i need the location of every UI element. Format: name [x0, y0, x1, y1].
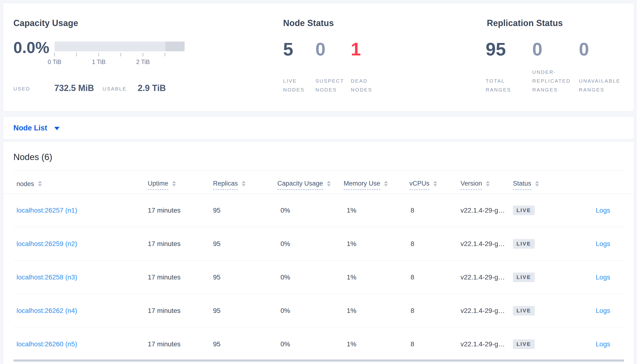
- column-header-nodes[interactable]: nodes: [17, 180, 42, 190]
- suspect-nodes-count: 0: [315, 40, 326, 58]
- total-ranges-count: 95: [486, 40, 506, 58]
- axis-tick: [54, 53, 55, 56]
- suspect-nodes-label: SUSPECT NODES: [315, 76, 351, 94]
- logs-link[interactable]: Logs: [596, 240, 610, 248]
- column-header-label: Uptime: [148, 180, 168, 190]
- dead-nodes-count: 1: [351, 40, 361, 58]
- node-list-dropdown-label: Node List: [14, 124, 47, 132]
- sort-icon: [38, 181, 42, 186]
- memory-cell: 1%: [347, 227, 356, 260]
- column-header-label: nodes: [17, 180, 34, 190]
- memory-cell: 1%: [347, 260, 356, 294]
- node-link[interactable]: localhost:26262 (n4): [17, 307, 77, 314]
- node-status-title: Node Status: [283, 18, 334, 28]
- sort-icon: [172, 181, 176, 186]
- uptime-cell: 17 minutes: [148, 227, 181, 260]
- sort-icon: [486, 181, 490, 186]
- node-list-dropdown[interactable]: Node List: [14, 116, 60, 139]
- axis-tick-label: 1 TiB: [84, 58, 113, 66]
- under-replicated-ranges-count: 0: [532, 40, 542, 58]
- horizontal-scrollbar[interactable]: [14, 360, 624, 362]
- node-link[interactable]: localhost:26257 (n1): [17, 206, 77, 214]
- column-header-label: Replicas: [213, 180, 238, 190]
- live-nodes-label: LIVE NODES: [283, 76, 312, 94]
- usable-label: USABLE: [103, 84, 127, 93]
- status-badge: LIVE: [513, 340, 535, 349]
- status-badge: LIVE: [513, 239, 535, 249]
- version-cell: v22.1.4-29-g…: [461, 227, 505, 260]
- nodes-table-title: Nodes (6): [14, 152, 52, 162]
- node-link[interactable]: localhost:26258 (n3): [17, 274, 77, 281]
- chevron-down-icon: [54, 127, 60, 130]
- uptime-cell: 17 minutes: [148, 328, 181, 361]
- vcpus-cell: 8: [411, 294, 414, 328]
- sort-icon: [535, 181, 539, 186]
- axis-tick-label: 0 TiB: [40, 58, 69, 66]
- logs-link[interactable]: Logs: [596, 274, 610, 281]
- table-row: localhost:26262 (n4) 17 minutes 95 0% 1%…: [3, 294, 634, 328]
- logs-link[interactable]: Logs: [596, 340, 610, 348]
- live-nodes-count: 5: [283, 40, 293, 58]
- node-list-dropdown-bar: Node List: [3, 116, 634, 140]
- capacity-cell: 0%: [280, 294, 290, 328]
- column-header-version[interactable]: Version: [461, 180, 490, 190]
- column-header-uptime[interactable]: Uptime: [148, 180, 176, 190]
- version-cell: v22.1.4-29-g…: [461, 328, 505, 361]
- column-header-label: Capacity Usage: [277, 180, 323, 190]
- version-cell: v22.1.4-29-g…: [461, 294, 505, 328]
- table-header-row: nodes Uptime Replicas Capacity Usage Mem…: [3, 171, 634, 194]
- replicas-cell: 95: [213, 194, 220, 227]
- axis-tick: [143, 53, 143, 56]
- logs-link[interactable]: Logs: [596, 206, 610, 214]
- column-header-label: Memory Use: [344, 180, 380, 190]
- memory-cell: 1%: [347, 328, 356, 361]
- capacity-cell: 0%: [280, 194, 290, 227]
- nodes-table-panel: Nodes (6) nodes Uptime Replicas Capacity…: [3, 142, 634, 364]
- replication-status-title: Replication Status: [487, 18, 563, 28]
- cluster-summary-panel: Capacity Usage 0.0% 0 TiB 1 TiB 2 TiB US…: [3, 3, 634, 112]
- column-header-label: Version: [461, 180, 482, 190]
- column-header-replicas[interactable]: Replicas: [213, 180, 246, 190]
- axis-tick: [99, 53, 99, 56]
- unavailable-ranges-label: UNAVAILABLE RANGES: [579, 76, 627, 94]
- capacity-usage-title: Capacity Usage: [14, 18, 78, 28]
- column-header-label: vCPUs: [409, 180, 429, 190]
- usable-value: 2.9 TiB: [138, 83, 166, 93]
- node-link[interactable]: localhost:26259 (n2): [17, 240, 77, 248]
- under-replicated-ranges-label: UNDER-REPLICATED RANGES: [532, 68, 575, 94]
- capacity-cell: 0%: [280, 260, 290, 294]
- status-badge: LIVE: [513, 306, 535, 316]
- axis-tick-label: 2 TiB: [129, 58, 157, 66]
- sort-icon: [327, 181, 331, 186]
- vcpus-cell: 8: [411, 227, 414, 260]
- sort-icon: [433, 181, 437, 186]
- sort-icon: [242, 181, 246, 186]
- vcpus-cell: 8: [411, 260, 414, 294]
- column-header-label: Status: [513, 180, 531, 190]
- capacity-cell: 0%: [280, 227, 290, 260]
- logs-link[interactable]: Logs: [596, 307, 610, 314]
- status-badge: LIVE: [513, 272, 535, 282]
- capacity-percent: 0.0%: [14, 40, 49, 56]
- column-header-memory-use[interactable]: Memory Use: [344, 180, 388, 190]
- table-row: localhost:26257 (n1) 17 minutes 95 0% 1%…: [3, 194, 634, 227]
- column-header-vcpus[interactable]: vCPUs: [409, 180, 437, 190]
- capacity-bar-reserved-segment: [165, 42, 185, 51]
- node-link[interactable]: localhost:26260 (n5): [17, 340, 77, 348]
- vcpus-cell: 8: [411, 194, 414, 227]
- vcpus-cell: 8: [411, 328, 414, 361]
- memory-cell: 1%: [347, 194, 356, 227]
- replicas-cell: 95: [213, 227, 220, 260]
- table-row: localhost:26259 (n2) 17 minutes 95 0% 1%…: [3, 227, 634, 260]
- column-header-capacity-usage[interactable]: Capacity Usage: [277, 180, 331, 190]
- version-cell: v22.1.4-29-g…: [461, 194, 505, 227]
- uptime-cell: 17 minutes: [148, 294, 181, 328]
- total-ranges-label: TOTAL RANGES: [486, 76, 517, 94]
- capacity-bar: [55, 42, 185, 51]
- replicas-cell: 95: [213, 294, 220, 328]
- table-row: localhost:26258 (n3) 17 minutes 95 0% 1%…: [3, 260, 634, 294]
- unavailable-ranges-count: 0: [579, 40, 589, 58]
- column-header-status[interactable]: Status: [513, 180, 539, 190]
- sort-icon: [384, 181, 388, 186]
- status-badge: LIVE: [513, 206, 535, 215]
